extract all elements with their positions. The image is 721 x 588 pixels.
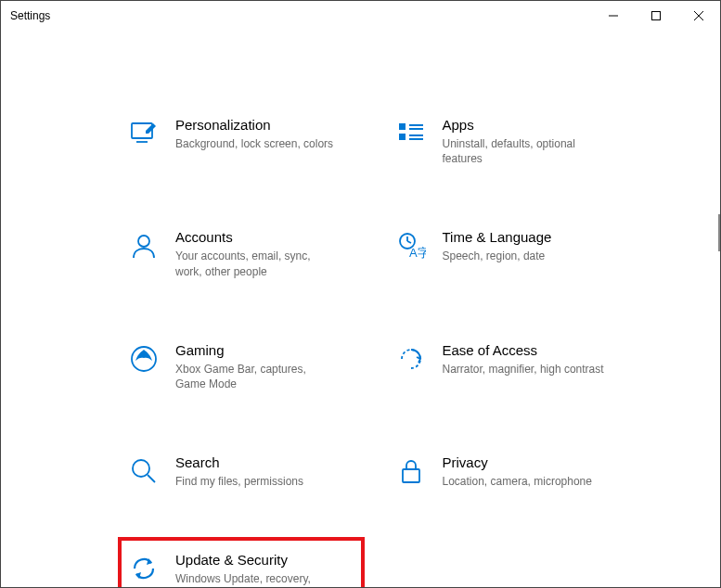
svg-rect-8 (399, 134, 406, 140)
minimize-button[interactable] (592, 1, 635, 31)
tile-desc: Find my files, permissions (175, 474, 303, 489)
tile-desc: Windows Update, recovery, backup (175, 571, 338, 588)
accounts-icon (129, 231, 159, 261)
svg-rect-7 (399, 123, 406, 130)
time-language-icon: A字 (396, 231, 426, 261)
close-button[interactable] (677, 1, 720, 31)
gaming-icon (129, 344, 159, 374)
tile-text: Privacy Location, camera, microphone (443, 454, 592, 489)
tile-text: Gaming Xbox Game Bar, captures, Game Mod… (175, 342, 338, 391)
svg-text:A字: A字 (409, 246, 426, 260)
svg-line-20 (148, 475, 155, 482)
tile-title: Update & Security (175, 552, 338, 568)
tile-title: Ease of Access (443, 342, 604, 358)
privacy-icon (396, 456, 426, 486)
scrollbar[interactable] (718, 214, 720, 251)
tile-desc: Narrator, magnifier, high contrast (443, 362, 604, 377)
tile-title: Time & Language (443, 229, 552, 245)
ease-of-access-icon (396, 344, 426, 374)
maximize-button[interactable] (635, 1, 677, 31)
tile-text: Apps Uninstall, defaults, optional featu… (443, 117, 605, 166)
tile-text: Ease of Access Narrator, magnifier, high… (443, 342, 604, 377)
tile-title: Accounts (175, 229, 338, 245)
settings-grid: Personalization Background, lock screen,… (122, 109, 627, 588)
window-controls (592, 1, 720, 31)
settings-content: Personalization Background, lock screen,… (1, 31, 720, 588)
tile-personalization[interactable]: Personalization Background, lock screen,… (122, 109, 361, 173)
tile-accounts[interactable]: Accounts Your accounts, email, sync, wor… (122, 222, 361, 286)
search-icon (129, 456, 159, 486)
titlebar: Settings (1, 1, 720, 31)
tile-search[interactable]: Search Find my files, permissions (122, 447, 361, 496)
svg-rect-21 (403, 469, 419, 482)
window-title: Settings (10, 9, 50, 22)
tile-privacy[interactable]: Privacy Location, camera, microphone (389, 447, 628, 496)
tile-title: Privacy (443, 454, 592, 470)
tile-desc: Background, lock screen, colors (175, 136, 333, 151)
svg-line-16 (407, 241, 411, 243)
tile-text: Time & Language Speech, region, date (443, 229, 552, 263)
tile-time-language[interactable]: A字 Time & Language Speech, region, date (389, 222, 628, 286)
tile-text: Personalization Background, lock screen,… (175, 117, 333, 151)
tile-title: Apps (443, 117, 605, 133)
svg-point-13 (138, 236, 149, 247)
tile-desc: Your accounts, email, sync, work, other … (175, 249, 338, 278)
tile-ease-of-access[interactable]: Ease of Access Narrator, magnifier, high… (389, 335, 628, 399)
apps-icon (396, 119, 426, 148)
tile-desc: Location, camera, microphone (443, 474, 592, 489)
tile-title: Gaming (175, 342, 338, 358)
tile-text: Search Find my files, permissions (175, 454, 303, 489)
tile-title: Search (175, 454, 303, 470)
svg-point-19 (133, 460, 149, 477)
svg-rect-1 (652, 12, 661, 20)
tile-update-security[interactable]: Update & Security Windows Update, recove… (118, 537, 365, 588)
tile-desc: Speech, region, date (443, 249, 552, 263)
tile-desc: Uninstall, defaults, optional features (443, 136, 605, 166)
tile-desc: Xbox Game Bar, captures, Game Mode (175, 362, 338, 391)
tile-gaming[interactable]: Gaming Xbox Game Bar, captures, Game Mod… (122, 335, 361, 399)
tile-text: Update & Security Windows Update, recove… (175, 552, 338, 588)
tile-title: Personalization (175, 117, 333, 133)
tile-apps[interactable]: Apps Uninstall, defaults, optional featu… (389, 109, 628, 173)
tile-text: Accounts Your accounts, email, sync, wor… (175, 229, 338, 278)
personalization-icon (129, 119, 159, 148)
update-security-icon (129, 554, 159, 583)
